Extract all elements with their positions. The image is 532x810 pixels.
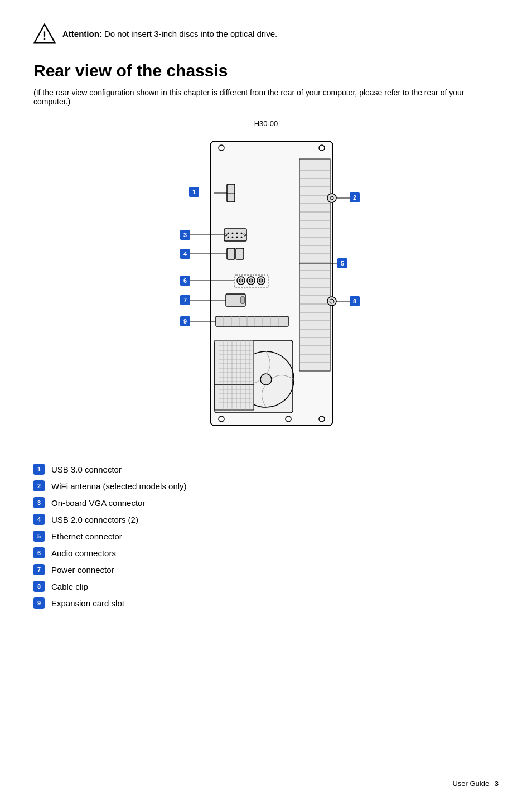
attention-bar: ! Attention: Do not insert 3-inch discs … [33,22,499,45]
footer: User Guide 3 [452,779,499,788]
legend-item: 9 Expansion card slot [33,597,499,609]
legend-item: 8 Cable clip [33,581,499,592]
legend-text: On-board VGA connector [51,498,145,508]
diagram-label: H30-00 [254,119,278,128]
legend-text: Power connector [51,565,114,575]
svg-rect-34 [227,184,235,202]
legend-text: USB 2.0 connectors (2) [51,515,138,524]
legend-badge: 2 [33,480,45,491]
legend-item: 1 USB 3.0 connector [33,464,499,475]
legend-item: 6 Audio connectors [33,547,499,558]
legend-badge: 8 [33,581,45,592]
svg-text:9: 9 [183,318,187,325]
attention-icon: ! [33,22,56,45]
svg-rect-59 [236,248,244,259]
svg-point-100 [260,374,272,385]
svg-rect-9 [299,159,330,371]
legend-text: WiFi antenna (selected models only) [51,481,187,491]
svg-text:7: 7 [183,297,187,303]
svg-rect-86 [216,316,288,326]
svg-point-39 [327,194,336,202]
section-subtitle: (If the rear view configuration shown in… [33,88,499,106]
svg-point-67 [239,279,243,282]
legend-item: 2 WiFi antenna (selected models only) [33,480,499,491]
svg-text:8: 8 [353,298,356,305]
legend-badge: 5 [33,531,45,542]
attention-label: Attention: [62,29,102,38]
legend-text: Expansion card slot [51,599,124,608]
svg-point-51 [236,237,238,238]
legend-text: Ethernet connector [51,532,122,541]
legend-badge: 9 [33,597,45,609]
svg-point-69 [249,279,253,282]
svg-rect-58 [227,248,235,259]
page-title: Rear view of the chassis [33,61,499,80]
footer-page: 3 [495,779,499,788]
svg-text:1: 1 [192,189,196,195]
legend-text: USB 3.0 connector [51,465,122,474]
legend-badge: 7 [33,564,45,575]
footer-label: User Guide [452,779,489,788]
legend-badge: 1 [33,464,45,475]
legend-item: 3 On-board VGA connector [33,497,499,508]
legend-badge: 6 [33,547,45,558]
diagram-container: H30-00 [33,119,499,443]
chassis-diagram: 1 2 3 [132,131,400,443]
legend-text: Audio connectors [51,548,116,558]
svg-text:5: 5 [341,260,344,267]
svg-rect-118 [215,385,254,410]
svg-point-50 [232,237,234,238]
attention-text: Attention: Do not insert 3-inch discs in… [62,29,277,38]
svg-rect-101 [215,340,254,385]
legend-item: 5 Ethernet connector [33,531,499,542]
legend-badge: 3 [33,497,45,508]
svg-point-2 [44,38,46,40]
svg-point-45 [228,233,229,234]
legend-list: 1 USB 3.0 connector 2 WiFi antenna (sele… [33,464,499,609]
legend-item: 7 Power connector [33,564,499,575]
svg-rect-77 [241,297,244,303]
legend-item: 4 USB 2.0 connectors (2) [33,514,499,525]
chassis-svg: 1 2 3 [132,131,400,443]
svg-text:4: 4 [183,250,187,257]
svg-text:6: 6 [183,277,187,284]
svg-point-49 [228,237,229,238]
svg-point-48 [241,233,243,234]
svg-text:3: 3 [183,232,187,238]
svg-text:2: 2 [353,194,356,201]
legend-text: Cable clip [51,582,88,591]
svg-point-52 [241,237,243,238]
svg-point-46 [232,233,234,234]
svg-rect-44 [224,229,246,241]
svg-point-47 [236,233,238,234]
svg-point-71 [259,279,263,282]
attention-body: Do not insert 3-inch discs into the opti… [104,29,277,38]
svg-point-81 [327,297,336,306]
legend-badge: 4 [33,514,45,525]
